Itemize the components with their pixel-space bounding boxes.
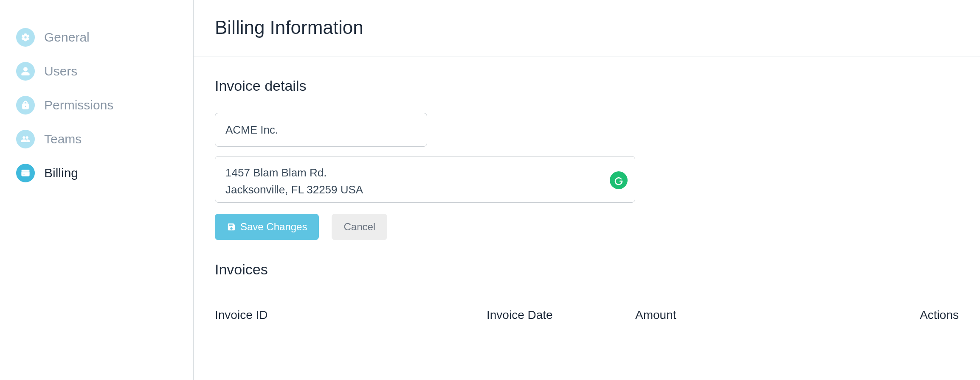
invoice-table-header: Invoice ID Invoice Date Amount Actions <box>194 308 980 322</box>
save-icon <box>227 222 236 232</box>
cancel-button[interactable]: Cancel <box>332 214 387 240</box>
address-textarea[interactable] <box>215 156 635 203</box>
user-icon <box>16 62 35 81</box>
invoice-details-heading: Invoice details <box>215 78 959 94</box>
invoice-details-section: Invoice details Save Changes Cancel <box>194 56 980 240</box>
column-invoice-date: Invoice Date <box>487 308 635 322</box>
card-icon <box>16 164 35 182</box>
invoice-details-form <box>215 113 959 204</box>
address-field-wrap <box>215 156 635 204</box>
gear-icon <box>16 28 35 47</box>
sidebar-item-label: Billing <box>44 166 78 180</box>
sidebar-item-permissions[interactable]: Permissions <box>10 88 183 122</box>
lock-icon <box>16 96 35 115</box>
column-amount: Amount <box>635 308 895 322</box>
page-title: Billing Information <box>215 17 959 38</box>
sidebar-item-label: General <box>44 30 90 45</box>
cancel-button-label: Cancel <box>344 221 375 233</box>
invoices-heading: Invoices <box>215 261 959 278</box>
save-changes-button[interactable]: Save Changes <box>215 214 319 240</box>
sidebar-item-label: Teams <box>44 132 82 146</box>
column-invoice-id: Invoice ID <box>215 308 487 322</box>
column-actions: Actions <box>895 308 959 322</box>
page-header: Billing Information <box>194 0 980 56</box>
main-content: Billing Information Invoice details Save… <box>194 0 980 380</box>
sidebar-item-label: Users <box>44 64 77 78</box>
invoices-section: Invoices <box>194 240 980 296</box>
sidebar-item-users[interactable]: Users <box>10 54 183 88</box>
sidebar-item-general[interactable]: General <box>10 20 183 54</box>
sidebar: General Users Permissions Teams Billing <box>0 0 194 380</box>
company-name-input[interactable] <box>215 113 427 147</box>
save-button-label: Save Changes <box>240 221 307 233</box>
sidebar-item-label: Permissions <box>44 98 113 112</box>
people-icon <box>16 130 35 148</box>
sidebar-item-teams[interactable]: Teams <box>10 122 183 156</box>
sidebar-item-billing[interactable]: Billing <box>10 156 183 190</box>
form-actions: Save Changes Cancel <box>215 214 959 240</box>
grammarly-icon[interactable] <box>610 171 628 189</box>
